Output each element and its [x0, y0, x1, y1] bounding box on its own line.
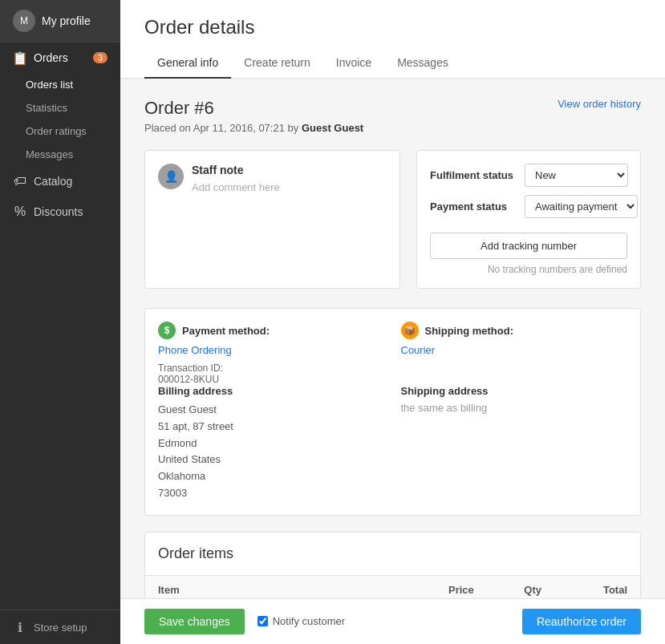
- view-order-history-link[interactable]: View order history: [558, 98, 641, 110]
- billing-address-section: Billing address Guest Guest 51 apt, 87 s…: [158, 385, 385, 502]
- same-as-billing-text: the same as billing: [401, 402, 628, 414]
- tabs: General info Create return Invoice Messa…: [144, 48, 641, 78]
- notify-customer-label: Notify customer: [273, 616, 345, 628]
- sidebar-item-orders-list[interactable]: Orders list: [0, 73, 120, 96]
- billing-address-title: Billing address: [158, 385, 385, 397]
- transaction-label: Transaction ID:: [158, 363, 385, 374]
- fulfilment-status-label: Fulfilment status: [430, 169, 518, 181]
- by-text: by: [288, 122, 299, 134]
- payment-block: $ Payment method: Phone Ordering Transac…: [144, 308, 641, 516]
- content-area: Order #6 View order history Placed on Ap…: [120, 79, 665, 644]
- order-items-title: Order items: [145, 533, 640, 576]
- payment-method-header: $ Payment method:: [158, 322, 385, 339]
- tab-general-info[interactable]: General info: [144, 48, 231, 79]
- payment-status-row: Payment status Awaiting payment Fully ch…: [430, 195, 627, 218]
- tab-create-return[interactable]: Create return: [231, 48, 322, 79]
- sidebar-item-orders[interactable]: 📋 Orders 3: [0, 43, 120, 73]
- tab-invoice[interactable]: Invoice: [323, 48, 384, 79]
- billing-address-text: Guest Guest 51 apt, 87 street Edmond Uni…: [158, 402, 385, 502]
- status-card: Fulfilment status New Unfulfilled Fulfil…: [416, 150, 641, 289]
- sidebar-item-discounts[interactable]: % Discounts: [0, 196, 120, 227]
- sidebar-profile-label: My profile: [42, 14, 91, 27]
- billing-line1: 51 apt, 87 street: [158, 419, 385, 435]
- payment-status-label: Payment status: [430, 200, 518, 213]
- customer-name: Guest Guest: [302, 122, 363, 134]
- bottom-bar: Save changes Notify customer Reauthorize…: [120, 598, 665, 644]
- add-tracking-number-button[interactable]: Add tracking number: [430, 233, 627, 259]
- order-header: Order #6 View order history: [144, 98, 641, 119]
- staff-avatar: 👤: [158, 164, 184, 189]
- payment-block-inner: $ Payment method: Phone Ordering Transac…: [145, 309, 640, 385]
- main-content: Order details General info Create return…: [120, 0, 665, 644]
- sidebar-catalog-label: Catalog: [34, 175, 72, 188]
- no-tracking-text: No tracking numbers are defined: [430, 264, 627, 275]
- order-number: Order #6: [144, 98, 214, 119]
- sidebar-profile[interactable]: M My profile: [0, 0, 120, 43]
- transaction-id-value: 000012-8KUU: [158, 374, 385, 385]
- sidebar: M My profile 📋 Orders 3 Orders list Stat…: [0, 0, 120, 644]
- sidebar-item-messages[interactable]: Messages: [0, 143, 120, 166]
- sidebar-item-catalog[interactable]: 🏷 Catalog: [0, 166, 120, 196]
- placed-on-text: Placed on Apr 11, 2016, 07:21: [144, 122, 285, 134]
- payment-status-select[interactable]: Awaiting payment Fully charged Partially…: [525, 195, 638, 218]
- sidebar-item-order-ratings[interactable]: Order ratings: [0, 119, 120, 143]
- payment-shipping-grid: $ Payment method: Phone Ordering Transac…: [158, 322, 627, 385]
- billing-line5: 73003: [158, 485, 385, 502]
- fulfilment-status-select[interactable]: New Unfulfilled Fulfilled Partially fulf…: [525, 164, 628, 187]
- page-header: Order details General info Create return…: [120, 0, 665, 79]
- sidebar-orders-section: 📋 Orders 3 Orders list Statistics Order …: [0, 43, 120, 166]
- payment-method-link[interactable]: Phone Ordering: [158, 344, 385, 356]
- staff-note-content: Staff note Add comment here: [192, 164, 387, 193]
- discounts-icon: %: [13, 205, 27, 219]
- reauthorize-order-button[interactable]: Reauthorize order: [522, 609, 641, 634]
- notify-customer-checkbox[interactable]: Notify customer: [257, 616, 345, 628]
- notify-customer-input[interactable]: [257, 617, 268, 627]
- fulfilment-status-row: Fulfilment status New Unfulfilled Fulfil…: [430, 164, 627, 187]
- sidebar-item-store-setup[interactable]: ℹ Store setup: [0, 610, 120, 644]
- shipping-section: 📦 Shipping method: Courier: [401, 322, 628, 385]
- page-title: Order details: [144, 16, 641, 38]
- sidebar-discounts-label: Discounts: [34, 205, 83, 218]
- shipping-method-link[interactable]: Courier: [401, 344, 628, 356]
- sidebar-store-setup-label: Store setup: [34, 622, 87, 634]
- billing-name: Guest Guest: [158, 402, 385, 419]
- orders-badge: 3: [93, 52, 107, 63]
- staff-note-placeholder[interactable]: Add comment here: [192, 181, 387, 193]
- billing-shipping-row: Billing address Guest Guest 51 apt, 87 s…: [145, 385, 640, 515]
- billing-line4: Oklahoma: [158, 468, 385, 485]
- shipping-icon: 📦: [401, 322, 419, 339]
- avatar: M: [13, 10, 35, 32]
- staff-note-title: Staff note: [192, 164, 387, 176]
- shipping-method-header: 📦 Shipping method:: [401, 322, 628, 339]
- billing-line2: Edmond: [158, 435, 385, 452]
- transaction-id-section: Transaction ID: 000012-8KUU: [158, 363, 385, 385]
- save-changes-button[interactable]: Save changes: [144, 609, 245, 634]
- orders-icon: 📋: [13, 51, 27, 65]
- catalog-icon: 🏷: [13, 174, 27, 188]
- sidebar-orders-label: Orders: [34, 51, 68, 64]
- payment-section: $ Payment method: Phone Ordering Transac…: [158, 322, 385, 385]
- payment-method-label: Payment method:: [182, 325, 270, 337]
- shipping-method-label: Shipping method:: [425, 325, 513, 337]
- store-setup-icon: ℹ: [13, 620, 27, 634]
- order-top-section: 👤 Staff note Add comment here Fulfilment…: [144, 150, 641, 289]
- order-meta: Placed on Apr 11, 2016, 07:21 by Guest G…: [144, 122, 641, 134]
- tab-messages[interactable]: Messages: [384, 48, 461, 79]
- sidebar-item-statistics[interactable]: Statistics: [0, 96, 120, 119]
- billing-line3: United States: [158, 452, 385, 468]
- payment-icon: $: [158, 322, 176, 339]
- staff-note-section: 👤 Staff note Add comment here: [144, 150, 400, 289]
- shipping-address-title: Shipping address: [401, 385, 628, 397]
- shipping-address-section: Shipping address the same as billing: [401, 385, 628, 502]
